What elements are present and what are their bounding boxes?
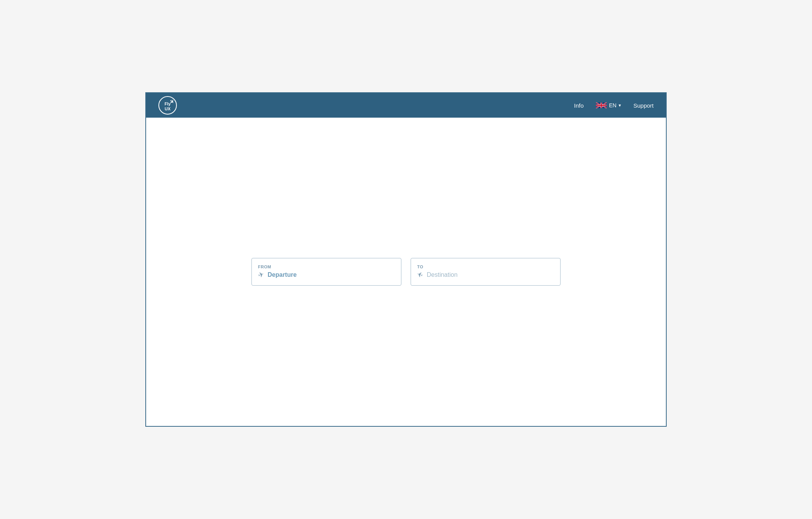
departure-input-inner: ✈ Departure [258, 271, 395, 279]
language-selector[interactable]: EN ▾ [596, 102, 621, 109]
navbar: ✈ Fly UX Info EN ▾ Support [146, 93, 666, 118]
logo-circle: ✈ Fly UX [158, 96, 177, 115]
destination-input-inner: ✈ Destination [417, 271, 554, 279]
landing-plane-icon: ✈ [416, 270, 424, 280]
destination-input-box[interactable]: TO ✈ Destination [411, 258, 561, 286]
info-link[interactable]: Info [574, 102, 584, 109]
search-row: FROM ✈ Departure TO ✈ Destination [251, 258, 561, 286]
to-label: TO [417, 264, 554, 269]
chevron-down-icon: ▾ [619, 103, 621, 108]
main-content: FROM ✈ Departure TO ✈ Destination [146, 118, 666, 426]
nav-right: Info EN ▾ Support [574, 102, 654, 109]
destination-placeholder: Destination [427, 271, 458, 278]
language-code: EN [609, 102, 616, 108]
departure-placeholder: Departure [268, 271, 297, 278]
departure-input-box[interactable]: FROM ✈ Departure [251, 258, 401, 286]
uk-flag-icon [596, 102, 607, 109]
takeoff-plane-icon: ✈ [257, 270, 265, 280]
logo-ux: UX [165, 106, 170, 111]
support-link[interactable]: Support [633, 102, 654, 109]
logo[interactable]: ✈ Fly UX [158, 96, 177, 115]
from-label: FROM [258, 264, 395, 269]
app-container: ✈ Fly UX Info EN ▾ Support [145, 92, 667, 427]
